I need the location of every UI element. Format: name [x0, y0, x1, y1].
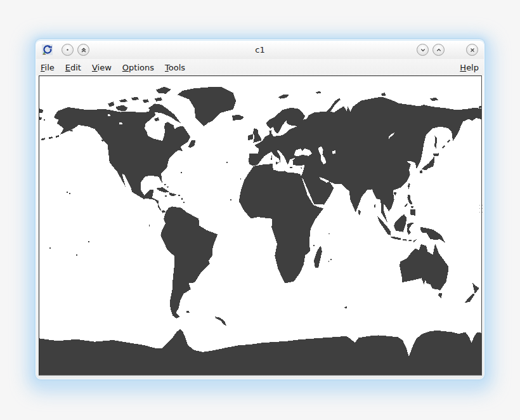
- antarctica: [39, 329, 481, 375]
- madagascar: [314, 246, 322, 268]
- sakhalin: [434, 136, 437, 148]
- south-america: [160, 206, 218, 318]
- sicily: [276, 162, 280, 164]
- pin-button[interactable]: [62, 44, 74, 56]
- new-zealand-south: [465, 293, 474, 302]
- menu-help[interactable]: Help: [460, 63, 479, 72]
- dot-icon: [65, 47, 70, 53]
- timor: [413, 239, 417, 242]
- tasmania: [438, 293, 442, 298]
- sumatra: [377, 216, 391, 235]
- kyushu: [420, 170, 422, 173]
- titlebar[interactable]: c1: [36, 40, 484, 59]
- chevron-up-icon: [436, 47, 442, 53]
- resize-grip[interactable]: [479, 205, 483, 214]
- borneo: [394, 214, 406, 232]
- south-georgia-arc: [215, 317, 226, 325]
- sulawesi: [406, 223, 413, 235]
- maximize-button[interactable]: [432, 44, 445, 56]
- root-logo-icon: [42, 44, 53, 55]
- wrangel: [479, 105, 481, 108]
- menu-file[interactable]: File: [41, 63, 55, 72]
- close-button[interactable]: [466, 44, 478, 56]
- victoria-island: [115, 105, 128, 112]
- hispaniola: [169, 192, 176, 197]
- menubar: File Edit View Options Tools Help: [36, 59, 484, 75]
- north-america: [54, 107, 190, 213]
- hainan: [394, 192, 397, 195]
- landmasses: [39, 87, 481, 375]
- ireland: [248, 134, 253, 140]
- luzon: [407, 195, 412, 204]
- greenland: [177, 87, 236, 127]
- banks-island: [108, 102, 114, 107]
- world-map: [39, 76, 481, 375]
- menu-edit[interactable]: Edit: [65, 63, 81, 72]
- palawan: [405, 203, 408, 207]
- java: [390, 237, 401, 240]
- menu-options[interactable]: Options: [122, 63, 154, 72]
- great-britain: [253, 128, 262, 143]
- hokkaido: [432, 153, 439, 156]
- honshu: [422, 157, 435, 170]
- svalbard: [278, 95, 289, 99]
- x-icon: [469, 47, 476, 53]
- chevron-down-icon: [420, 47, 426, 53]
- canvas-window: c1: [36, 40, 484, 379]
- australia: [400, 244, 448, 291]
- sri-lanka: [358, 209, 361, 216]
- new-zealand-north: [472, 283, 479, 294]
- root-canvas[interactable]: [39, 75, 482, 376]
- double-chevron-up-icon: [81, 47, 87, 53]
- newfoundland: [188, 140, 196, 148]
- menu-view[interactable]: View: [92, 63, 112, 72]
- mindanao: [410, 209, 415, 216]
- corsica-sardinia: [271, 155, 272, 161]
- shade-button[interactable]: [77, 44, 89, 56]
- taiwan: [408, 183, 410, 189]
- menu-tools[interactable]: Tools: [165, 63, 185, 72]
- new-guinea: [420, 227, 446, 243]
- iceland: [232, 115, 244, 121]
- cuba: [156, 187, 169, 193]
- ellesmere-island: [156, 87, 171, 94]
- minimize-button[interactable]: [417, 44, 429, 56]
